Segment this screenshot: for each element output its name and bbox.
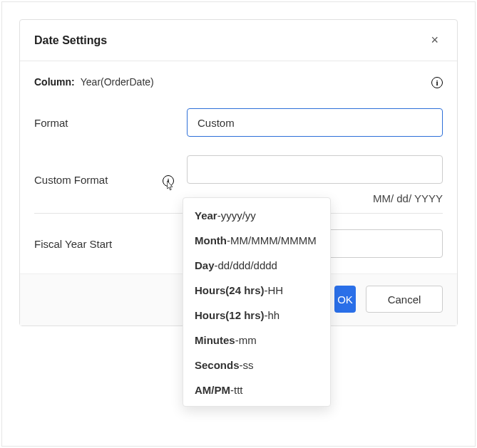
column-label: Column: — [34, 76, 75, 88]
format-tooltip: Year-yyyy/yy Month-MM/MMM/MMMM Day-dd/dd… — [183, 197, 331, 407]
format-row: Format Custom — [34, 108, 443, 137]
format-select[interactable]: Custom — [187, 108, 443, 137]
tooltip-item: Day-dd/ddd/dddd — [195, 259, 319, 271]
ok-button[interactable]: OK — [334, 286, 356, 313]
column-row: Column: Year(OrderDate) i — [34, 75, 443, 88]
custom-format-label: Custom Format — [34, 174, 163, 186]
tooltip-item: Hours(24 hrs)-HH — [195, 284, 319, 296]
column-info-icon[interactable]: i — [431, 75, 443, 88]
custom-format-info-icon[interactable]: i — [163, 174, 174, 187]
dialog-title: Date Settings — [34, 34, 107, 47]
tooltip-item: Year-yyyy/yy — [195, 209, 319, 222]
format-label: Format — [34, 117, 163, 129]
tooltip-item: Hours(12 hrs)-hh — [195, 309, 319, 321]
tooltip-item: Month-MM/MMM/MMMM — [195, 234, 319, 246]
cancel-button[interactable]: Cancel — [366, 286, 443, 313]
fiscal-label: Fiscal Year Start — [34, 238, 163, 250]
custom-format-input[interactable] — [187, 155, 443, 184]
tooltip-item: Seconds-ss — [195, 359, 319, 371]
tooltip-item: Minutes-mm — [195, 334, 319, 346]
custom-format-hint: MM/ dd/ YYYY — [373, 192, 443, 204]
column-value: Year(OrderDate) — [81, 76, 154, 88]
close-button[interactable]: × — [426, 31, 443, 49]
format-select-value: Custom — [198, 117, 235, 129]
dialog-header: Date Settings × — [20, 20, 457, 61]
tooltip-item: AM/PM-ttt — [195, 384, 319, 396]
